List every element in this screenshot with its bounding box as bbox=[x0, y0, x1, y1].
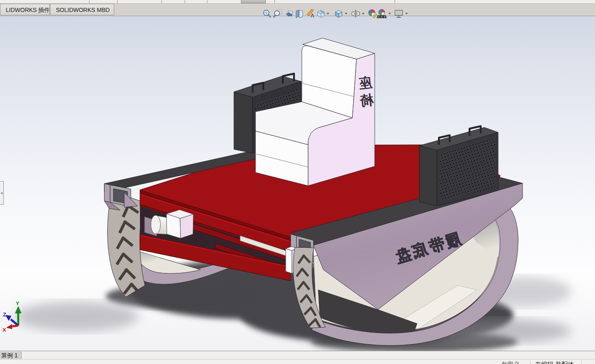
apply-scene-dropdown[interactable] bbox=[388, 13, 391, 14]
upper-toolbar-edge bbox=[0, 0, 595, 4]
tab-study-1[interactable]: 算例 1 bbox=[0, 352, 22, 359]
toolbar-separator bbox=[161, 0, 162, 3]
solidworks-window: LIDWORKS 插件 SOLIDWORKS MBD A bbox=[0, 0, 595, 364]
svg-text:A: A bbox=[311, 13, 314, 19]
triad-z-label: Z bbox=[3, 311, 6, 318]
toolbar-separator bbox=[117, 0, 118, 3]
tab-label: LIDWORKS 插件 bbox=[6, 7, 50, 13]
pressed-toolbar-button[interactable] bbox=[241, 0, 266, 3]
motionstudy-tabbar: 算例 1 bbox=[0, 351, 595, 359]
view-orientation-dropdown[interactable] bbox=[327, 13, 329, 14]
view-orientation-icon[interactable] bbox=[316, 9, 326, 19]
view-settings-dropdown[interactable] bbox=[405, 13, 408, 14]
dynamic-annotation-views-icon[interactable]: A bbox=[306, 9, 316, 19]
svg-text:座: 座 bbox=[358, 75, 374, 91]
toolbar-separator bbox=[185, 0, 185, 3]
previous-view-icon[interactable] bbox=[285, 9, 295, 19]
status-constraint-state: 欠定义 bbox=[501, 361, 520, 364]
display-style-icon[interactable] bbox=[334, 9, 344, 19]
toolbar-separator bbox=[89, 0, 89, 3]
hide-show-items-dropdown[interactable] bbox=[362, 13, 364, 14]
zoom-to-fit-icon[interactable] bbox=[262, 9, 272, 19]
apply-scene-icon[interactable] bbox=[377, 9, 387, 19]
status-separator bbox=[530, 360, 530, 364]
display-style-dropdown[interactable] bbox=[345, 13, 347, 14]
triad-x-label: X bbox=[2, 327, 6, 333]
section-view-icon[interactable] bbox=[294, 9, 304, 19]
view-settings-icon[interactable] bbox=[394, 9, 404, 19]
status-separator bbox=[581, 360, 582, 364]
zoom-to-area-icon[interactable] bbox=[273, 9, 283, 19]
tab-solidworks-mbd[interactable]: SOLIDWORKS MBD bbox=[50, 4, 114, 15]
status-editing-mode: 在编辑 装配体 bbox=[535, 361, 574, 364]
commandmanager-tabbar: LIDWORKS 插件 SOLIDWORKS MBD A bbox=[0, 4, 595, 16]
tab-solidworks-addins[interactable]: LIDWORKS 插件 bbox=[0, 4, 50, 15]
triad-y-label: Y bbox=[16, 300, 19, 307]
status-bar: 欠定义 在编辑 装配体 bbox=[0, 359, 595, 364]
model-canvas[interactable]: 座 椅 bbox=[0, 0, 595, 364]
toolbar-separator bbox=[275, 0, 275, 3]
toolbar-separator bbox=[207, 0, 207, 3]
orientation-triad: Y Z X bbox=[2, 300, 21, 333]
study-tab-label: 算例 1 bbox=[1, 352, 18, 359]
toolbar-separator bbox=[395, 0, 395, 3]
part-seat[interactable]: 座 椅 bbox=[255, 38, 376, 186]
tab-label: SOLIDWORKS MBD bbox=[56, 7, 110, 13]
edit-appearance-icon[interactable] bbox=[368, 9, 378, 19]
hide-show-items-icon[interactable] bbox=[351, 9, 361, 19]
svg-text:椅: 椅 bbox=[359, 92, 375, 108]
